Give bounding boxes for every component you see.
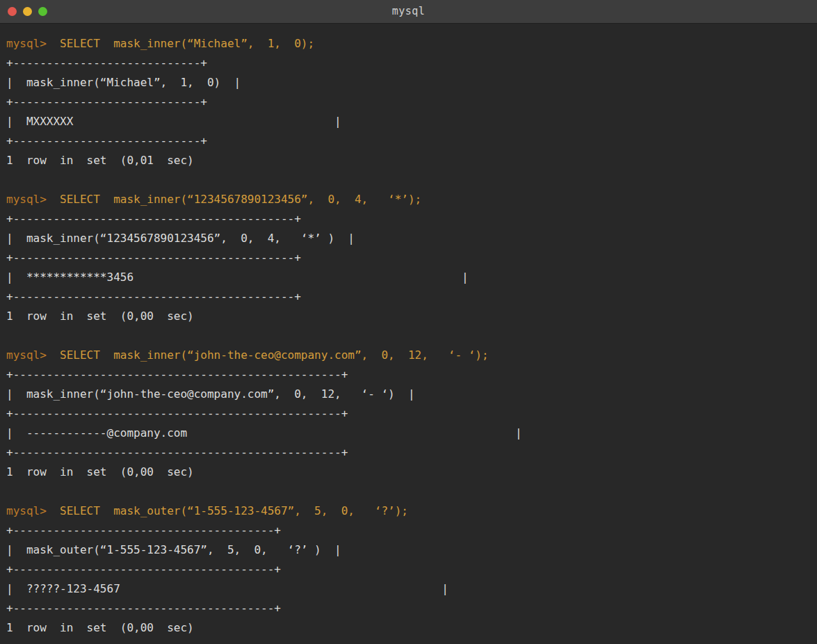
window-titlebar[interactable]: mysql — [0, 0, 817, 24]
terminal-line-border: +---------------------------------------… — [6, 560, 817, 579]
zoom-button[interactable] — [38, 7, 47, 16]
terminal-line-status: 1 row in set (0,00 sec) — [6, 618, 817, 638]
terminal-line-border: +---------------------------------------… — [6, 287, 817, 307]
terminal-line-row: | MXXXXXX | — [6, 112, 817, 131]
terminal-line-border: +---------------------------------------… — [6, 521, 817, 540]
blank-line — [6, 170, 817, 190]
sql-command: SELECT mask_inner(“john-the-ceo@company.… — [47, 348, 489, 362]
terminal-line-status: 1 row in set (0,00 sec) — [6, 462, 817, 482]
terminal-window: mysql mysql> SELECT mask_inner(“Michael”… — [0, 0, 817, 644]
close-button[interactable] — [8, 7, 17, 16]
terminal-line-row: | ************3456 | — [6, 268, 817, 287]
terminal-line-status: 1 row in set (0,00 sec) — [6, 307, 817, 326]
terminal-output[interactable]: mysql> SELECT mask_inner(“Michael”, 1, 0… — [0, 24, 817, 644]
terminal-line-border: +---------------------------------------… — [6, 599, 817, 618]
terminal-line-query: mysql> SELECT mask_outer(“1-555-123-4567… — [6, 501, 817, 521]
terminal-line-row: | mask_inner(“Michael”, 1, 0) | — [6, 73, 817, 92]
terminal-line-border: +----------------------------+ — [6, 54, 817, 73]
terminal-line-row: | ?????-123-4567 | — [6, 579, 817, 599]
sql-command: SELECT mask_inner(“Michael”, 1, 0); — [47, 37, 314, 50]
terminal-line-status: 1 row in set (0,01 sec) — [6, 151, 817, 170]
terminal-line-border: +----------------------------+ — [6, 131, 817, 151]
terminal-line-row: | ------------@company.com | — [6, 424, 817, 443]
blank-line — [6, 326, 817, 346]
terminal-line-border: +----------------------------+ — [6, 92, 817, 112]
mysql-prompt: mysql> — [6, 504, 47, 517]
minimize-button[interactable] — [23, 7, 32, 16]
terminal-line-border: +---------------------------------------… — [6, 248, 817, 268]
sql-command: SELECT mask_outer(“1-555-123-4567”, 5, 0… — [47, 504, 408, 517]
terminal-line-border: +---------------------------------------… — [6, 404, 817, 424]
mysql-prompt: mysql> — [6, 37, 47, 50]
terminal-line-query: mysql> SELECT mask_inner(“12345678901234… — [6, 190, 817, 209]
mysql-prompt: mysql> — [6, 193, 47, 206]
mysql-prompt: mysql> — [6, 348, 47, 362]
terminal-line-row: | mask_outer(“1-555-123-4567”, 5, 0, ‘?’… — [6, 540, 817, 560]
terminal-line-query: mysql> SELECT mask_inner(“john-the-ceo@c… — [6, 346, 817, 365]
terminal-line-border: +---------------------------------------… — [6, 209, 817, 229]
blank-line — [6, 482, 817, 501]
terminal-line-row: | mask_inner(“1234567890123456”, 0, 4, ‘… — [6, 229, 817, 248]
terminal-line-row: | mask_inner(“john-the-ceo@company.com”,… — [6, 385, 817, 404]
terminal-line-border: +---------------------------------------… — [6, 443, 817, 462]
terminal-line-border: +---------------------------------------… — [6, 365, 817, 385]
terminal-line-query: mysql> SELECT mask_inner(“Michael”, 1, 0… — [6, 34, 817, 54]
window-title: mysql — [392, 0, 426, 23]
sql-command: SELECT mask_inner(“1234567890123456”, 0,… — [47, 193, 421, 206]
traffic-lights — [8, 0, 47, 23]
